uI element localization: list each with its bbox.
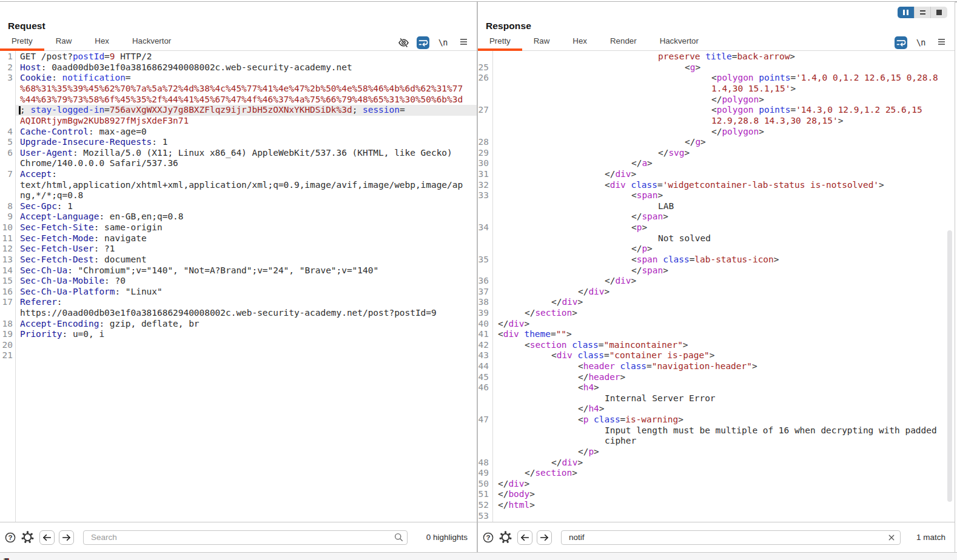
code-row[interactable]: </span> <box>478 265 955 276</box>
code-row[interactable]: 44<header class="navigation-header"> <box>478 361 955 372</box>
code-row[interactable]: text/html,application/xhtml+xml,applicat… <box>0 180 477 191</box>
code-row[interactable]: </polygon> <box>478 95 955 105</box>
code-row[interactable]: 35<span class=lab-status-icon> <box>478 255 955 265</box>
code-row[interactable]: %68%31%35%39%45%62%70%7a%5a%72%4d%38%4c%… <box>0 84 477 95</box>
help-icon[interactable]: ? <box>5 532 16 543</box>
code-row[interactable]: 37</div> <box>478 287 955 298</box>
code-row[interactable]: 6User-Agent: Mozilla/5.0 (X11; Linux x86… <box>0 148 477 159</box>
code-row[interactable]: 10Sec-Fetch-Site: same-origin <box>0 222 477 233</box>
layout-columns-button[interactable] <box>898 7 915 18</box>
layout-single-button[interactable] <box>931 7 947 18</box>
search-next-button[interactable] <box>537 530 552 545</box>
code-row[interactable]: 1.4,30 15.1,15'> <box>478 84 955 95</box>
request-editor[interactable]: 1GET /post?postId=9 HTTP/22Host: 0aad00d… <box>0 51 477 522</box>
code-row[interactable]: 48</div> <box>478 458 955 468</box>
layout-rows-button[interactable] <box>915 7 932 18</box>
code-row[interactable]: 47<p class=is-warning> <box>478 415 955 425</box>
code-row[interactable]: 34<p> <box>478 222 955 233</box>
code-row[interactable]: 30</a> <box>478 158 955 169</box>
code-row[interactable]: Input length must be multiple of 16 when… <box>478 425 955 436</box>
settings-gear-icon[interactable] <box>21 531 34 544</box>
code-row[interactable]: Not solved <box>478 233 955 244</box>
code-row[interactable]: 28</g> <box>478 137 955 148</box>
help-icon[interactable]: ? <box>483 532 494 543</box>
code-row[interactable]: 27<polygon points='14.3,0 12.9,1.2 25.6,… <box>478 105 955 116</box>
response-tab-render[interactable]: Render <box>599 32 648 50</box>
code-row[interactable]: 45</header> <box>478 372 955 383</box>
response-tab-hex[interactable]: Hex <box>561 32 599 50</box>
code-row[interactable]: preserve title=back-arrow> <box>478 52 955 62</box>
code-row[interactable]: 5Upgrade-Insecure-Requests: 1 <box>0 137 477 148</box>
code-row[interactable]: Chrome/140.0.0.0 Safari/537.36 <box>0 158 477 169</box>
code-row[interactable]: </h4> <box>478 404 955 415</box>
code-row[interactable]: 21 <box>0 350 477 361</box>
search-prev-button[interactable] <box>39 530 55 545</box>
panel-divider[interactable] <box>477 2 478 552</box>
code-row[interactable]: 46<h4> <box>478 382 955 393</box>
code-row[interactable]: 16Sec-Ch-Ua-Platform: "Linux" <box>0 287 477 298</box>
settings-gear-icon[interactable] <box>499 531 512 544</box>
code-row[interactable]: ng,*/*;q=0.8 <box>0 190 477 201</box>
code-row[interactable]: 40</div> <box>478 319 955 330</box>
code-row[interactable]: 19Priority: u=0, i <box>0 329 477 340</box>
code-row[interactable]: </span> <box>478 212 955 222</box>
code-row[interactable]: AQIORtjymBgw2KUb8927fMjsXdeF3n71 <box>0 116 477 127</box>
code-row[interactable]: 31</div> <box>478 169 955 180</box>
code-row[interactable]: 36</div> <box>478 276 955 287</box>
editor-menu-icon[interactable] <box>460 39 467 46</box>
code-row[interactable]: 29</svg> <box>478 148 955 159</box>
code-row[interactable]: 12.9,28.8 14.3,30 28,15'> <box>478 116 955 127</box>
code-row[interactable]: 9Accept-Language: en-GB,en;q=0.8 <box>0 212 477 222</box>
code-row[interactable]: ; stay-logged-in=756avXgWXXJy7g8BXZFlqz9… <box>0 105 477 116</box>
search-input[interactable] <box>561 530 901 545</box>
code-row[interactable]: 49</section> <box>478 468 955 479</box>
response-tab-pretty[interactable]: Pretty <box>478 32 522 50</box>
word-wrap-icon[interactable] <box>895 36 907 49</box>
vertical-scrollbar-thumb[interactable] <box>947 230 952 502</box>
code-row[interactable]: cipher <box>478 436 955 447</box>
search-prev-button[interactable] <box>517 530 532 545</box>
clear-search-icon[interactable] <box>887 533 896 542</box>
request-tab-raw[interactable]: Raw <box>44 32 84 50</box>
code-row[interactable]: 51</body> <box>478 489 955 500</box>
code-row[interactable]: 12Sec-Fetch-User: ?1 <box>0 244 477 255</box>
code-row[interactable]: 33<span> <box>478 190 955 201</box>
code-row[interactable]: 14Sec-Ch-Ua: "Chromium";v="140", "Not=A?… <box>0 265 477 276</box>
code-row[interactable]: 43<div class="container is-page"> <box>478 350 955 361</box>
code-row[interactable]: 2Host: 0aad00db03e1f0a3816862940008002c.… <box>0 62 477 73</box>
code-row[interactable]: 32<div class='widgetcontainer-lab-status… <box>478 180 955 191</box>
response-tab-hackvertor[interactable]: Hackvertor <box>648 32 710 50</box>
code-row[interactable]: Internal Server Error <box>478 393 955 404</box>
code-row[interactable]: 1GET /post?postId=9 HTTP/2 <box>0 52 477 62</box>
code-row[interactable]: 53 <box>478 511 955 522</box>
response-tab-raw[interactable]: Raw <box>522 32 562 50</box>
word-wrap-icon[interactable] <box>417 36 429 49</box>
response-editor[interactable]: preserve title=back-arrow>25<g>26<polygo… <box>478 51 955 522</box>
code-row[interactable]: 26<polygon points='1.4,0 0,1.2 12.6,15 0… <box>478 73 955 84</box>
search-next-button[interactable] <box>59 530 74 545</box>
code-row[interactable]: 7Accept: <box>0 169 477 180</box>
code-row[interactable]: 11Sec-Fetch-Mode: navigate <box>0 233 477 244</box>
code-row[interactable]: 20 <box>0 340 477 351</box>
code-row[interactable]: 38</div> <box>478 297 955 308</box>
code-row[interactable]: https://0aad00db03e1f0a3816862940008002c… <box>0 308 477 319</box>
code-row[interactable]: </p> <box>478 244 955 255</box>
code-row[interactable]: %44%63%79%73%58%6f%45%35%2f%44%41%45%67%… <box>0 95 477 105</box>
search-input[interactable] <box>83 530 408 545</box>
request-tab-hex[interactable]: Hex <box>83 32 121 50</box>
request-tab-hackvertor[interactable]: Hackvertor <box>121 32 183 50</box>
code-row[interactable]: </p> <box>478 447 955 458</box>
code-row[interactable]: 39</section> <box>478 308 955 319</box>
code-row[interactable]: LAB <box>478 201 955 212</box>
code-row[interactable]: 52</html> <box>478 500 955 511</box>
code-row[interactable]: 15Sec-Ch-Ua-Mobile: ?0 <box>0 276 477 287</box>
hide-nonprintables-icon[interactable] <box>398 37 409 48</box>
code-row[interactable]: 42<section class="maincontainer"> <box>478 340 955 351</box>
editor-menu-icon[interactable] <box>938 39 945 46</box>
code-row[interactable]: 50</div> <box>478 479 955 490</box>
newline-toggle-icon[interactable]: \n <box>438 38 448 47</box>
code-row[interactable]: 18Accept-Encoding: gzip, deflate, br <box>0 319 477 330</box>
code-row[interactable]: 41<div theme=""> <box>478 329 955 340</box>
code-row[interactable]: 13Sec-Fetch-Dest: document <box>0 255 477 265</box>
request-tab-pretty[interactable]: Pretty <box>0 32 44 50</box>
